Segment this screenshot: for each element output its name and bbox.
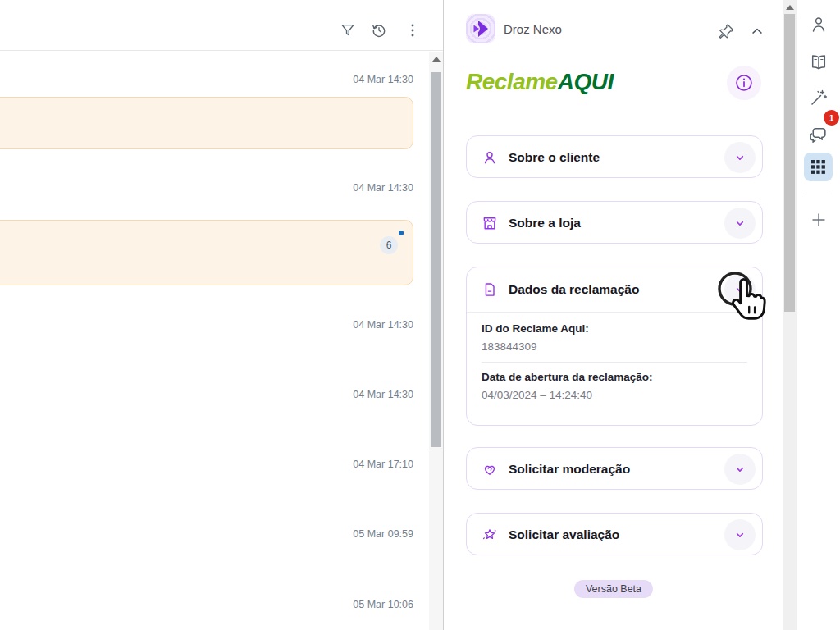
moderation-icon — [482, 461, 498, 477]
expand-button[interactable] — [724, 208, 756, 239]
complaint-date-label: Data de abertura da reclamação: — [482, 371, 747, 383]
message-bubble — [0, 97, 413, 149]
section-header-solicitar-moderacao[interactable]: Solicitar moderação — [467, 448, 762, 491]
section-title: Dados da reclamação — [509, 282, 724, 297]
message-timestamp: 05 Mar 10:06 — [353, 599, 413, 610]
chevron-down-icon — [732, 215, 748, 231]
section-title: Sobre a loja — [509, 216, 724, 231]
book-icon — [809, 52, 829, 72]
chat-scrollbar-thumb[interactable] — [431, 72, 441, 447]
expand-button[interactable] — [724, 454, 756, 485]
store-icon — [482, 215, 498, 231]
chat-bubbles-icon — [808, 125, 829, 145]
rail-chats-button[interactable] — [807, 124, 829, 146]
kebab-menu-icon — [404, 21, 422, 39]
chevron-down-icon — [732, 281, 748, 298]
chat-toolbar — [0, 0, 443, 51]
document-icon — [482, 281, 498, 298]
rail-assistant-button[interactable] — [807, 86, 829, 108]
rail-divider — [805, 194, 832, 194]
pin-panel-button[interactable] — [714, 19, 738, 43]
section-solicitar-avaliacao: Solicitar avaliação — [466, 513, 763, 555]
magic-wand-icon — [809, 88, 829, 107]
message-timestamp: 04 Mar 14:30 — [353, 182, 413, 194]
expand-button[interactable] — [724, 519, 756, 550]
page-scrollbar[interactable] — [783, 0, 797, 630]
section-header-sobre-a-loja[interactable]: Sobre a loja — [467, 202, 762, 244]
message-timestamp: 04 Mar 14:30 — [353, 319, 413, 331]
user-icon — [482, 149, 498, 166]
droz-nexo-panel: Droz Nexo ReclameAQUI Sobre o cliente — [445, 0, 783, 630]
chevron-down-icon — [732, 149, 748, 166]
notification-badge: 1 — [824, 110, 839, 126]
section-solicitar-moderacao: Solicitar moderação — [466, 447, 763, 490]
message-timestamp: 04 Mar 14:30 — [353, 74, 413, 85]
chat-region: 04 Mar 14:30 04 Mar 14:30 6 04 Mar 14:30… — [0, 0, 444, 630]
complaint-details: ID do Reclame Aqui: 183844309 Data de ab… — [467, 313, 762, 413]
more-options-button[interactable] — [401, 19, 424, 42]
section-dados-da-reclamacao: Dados da reclamação ID do Reclame Aqui: … — [466, 267, 763, 426]
scroll-up-icon — [786, 5, 794, 10]
info-button[interactable] — [727, 66, 761, 100]
panel-title: Droz Nexo — [504, 22, 562, 36]
section-title: Solicitar moderação — [509, 462, 724, 477]
scroll-up-icon — [432, 57, 441, 62]
collapsed-messages-badge[interactable]: 6 — [380, 236, 398, 254]
complaint-date-value: 04/03/2024 – 14:24:40 — [482, 389, 747, 401]
section-title: Solicitar avaliação — [509, 527, 724, 542]
field-divider — [482, 362, 747, 363]
section-title: Sobre o cliente — [509, 150, 724, 165]
rail-knowledge-button[interactable] — [807, 51, 829, 73]
star-rating-icon — [482, 527, 498, 543]
scroll-up-button[interactable] — [783, 2, 797, 13]
rail-profile-button[interactable] — [807, 13, 829, 35]
collapse-panel-button[interactable] — [745, 19, 769, 43]
app-rail: 1 — [797, 0, 840, 630]
person-icon — [809, 15, 829, 34]
complaint-id-label: ID do Reclame Aqui: — [482, 322, 747, 335]
pin-icon — [717, 22, 735, 40]
rail-add-button[interactable] — [807, 208, 829, 231]
plus-icon — [809, 210, 829, 230]
page-scrollbar-thumb[interactable] — [784, 14, 795, 312]
history-button[interactable] — [368, 19, 390, 42]
unread-dot — [399, 231, 404, 235]
filter-button[interactable] — [336, 19, 359, 42]
section-header-sobre-o-cliente[interactable]: Sobre o cliente — [467, 136, 762, 179]
chat-scrollbar[interactable] — [429, 52, 443, 630]
reclame-aqui-logo: ReclameAQUI — [466, 69, 614, 95]
info-icon — [733, 72, 755, 94]
chevron-up-icon — [749, 23, 765, 39]
scroll-up-button[interactable] — [429, 53, 443, 65]
expand-button[interactable] — [724, 142, 756, 173]
section-sobre-a-loja: Sobre a loja — [466, 201, 763, 244]
chevron-down-icon — [732, 527, 748, 543]
rail-apps-button-active[interactable] — [804, 153, 833, 181]
droz-nexo-logo-icon — [466, 14, 495, 43]
complaint-id-value: 183844309 — [482, 340, 747, 353]
beta-version-badge: Versão Beta — [574, 580, 653, 598]
message-bubble: 6 — [0, 220, 413, 285]
section-sobre-o-cliente: Sobre o cliente — [466, 135, 763, 178]
section-header-solicitar-avaliacao[interactable]: Solicitar avaliação — [467, 514, 762, 556]
collapse-button[interactable] — [724, 274, 756, 305]
logo-text-reclame: Reclame — [466, 69, 558, 94]
message-timestamp: 05 Mar 09:59 — [353, 528, 413, 540]
message-timestamp: 04 Mar 14:30 — [353, 389, 413, 400]
logo-text-aqui: AQUI — [558, 69, 614, 94]
section-header-dados-da-reclamacao[interactable]: Dados da reclamação — [467, 267, 762, 313]
message-timestamp: 04 Mar 17:10 — [353, 459, 413, 470]
filter-icon — [339, 21, 357, 39]
history-icon — [370, 21, 388, 39]
apps-grid-icon — [811, 160, 825, 174]
chevron-down-icon — [732, 461, 748, 477]
